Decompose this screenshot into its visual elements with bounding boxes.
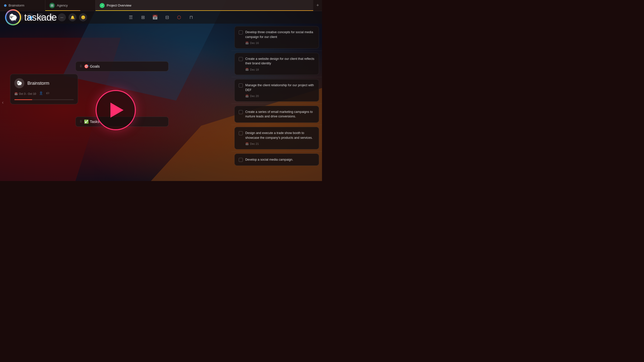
toolbar: 🐑 taskade ☰ ⊞ 📅 ⊟ ⬡ ⊓ 🔍 👤 👥 ↗ ⊞ ··· 🔔 😊: [0, 11, 322, 24]
view-orgchart-icon[interactable]: ⊓: [187, 13, 195, 21]
brainstorm-avatar: 🐑: [14, 78, 24, 88]
goals-section-header[interactable]: ⠿ 🎯 Goals: [75, 61, 169, 71]
task-card[interactable]: Create a website design for our client t…: [234, 53, 319, 75]
tab-project-overview[interactable]: ✓ Project Overview: [96, 0, 313, 11]
task-card[interactable]: Design and execute a trade show booth to…: [234, 127, 319, 149]
play-button[interactable]: [96, 90, 136, 130]
task-card-date: 📅 Dec 21: [245, 142, 315, 146]
task-card-text: Create a series of email marketing campa…: [245, 110, 315, 119]
view-table-icon[interactable]: ⊟: [163, 13, 171, 21]
brainstorm-date: 📅 Oct 3 - Oct 10: [14, 92, 36, 96]
left-panel: ‹ 🐑 Brainstorm 📅 Oct 3 - Oct 10 👤 🏷: [0, 24, 231, 181]
brainstorm-card-meta: 📅 Oct 3 - Oct 10 👤 🏷: [14, 91, 74, 96]
task-card[interactable]: Create a series of email marketing campa…: [234, 106, 319, 123]
brainstorm-card-header: 🐑 Brainstorm: [14, 78, 74, 88]
separator: [231, 151, 322, 152]
tab-brainstorm-label: Brainstorm: [9, 4, 24, 7]
brainstorm-avatar-icon: 🐑: [17, 80, 22, 86]
calendar-icon: 📅: [245, 142, 249, 146]
calendar-icon: 📅: [245, 41, 249, 45]
task-checkbox[interactable]: [239, 158, 243, 162]
add-tab-button[interactable]: +: [313, 3, 322, 8]
brainstorm-person-icon[interactable]: 👤: [39, 91, 44, 96]
task-card-text: Create a website design for our client t…: [245, 57, 315, 66]
task-card-date: 📅 Dec 18: [245, 68, 315, 71]
task-card-top: Create a website design for our client t…: [239, 57, 315, 66]
task-checkbox[interactable]: [239, 110, 243, 114]
goals-drag-handle: ⠿: [80, 65, 82, 68]
tab-active-indicator: [96, 10, 313, 11]
tab-agency-label: Agency: [57, 4, 68, 7]
brand-name: taskade: [24, 12, 57, 23]
calendar-icon: 📅: [245, 68, 249, 71]
goals-label: 🎯 Goals: [84, 64, 100, 69]
task-card-text: Develop a social media campaign.: [245, 157, 315, 162]
task-card[interactable]: Develop a social media campaign.: [234, 154, 319, 166]
brand-area: 🐑 taskade: [5, 9, 57, 25]
task-checkbox[interactable]: [239, 83, 243, 87]
avatar-icon-btn[interactable]: 😊: [79, 13, 87, 21]
calendar-icon: 📅: [245, 95, 249, 98]
toolbar-view-icons: ☰ ⊞ 📅 ⊟ ⬡ ⊓: [127, 13, 195, 21]
back-arrow-button[interactable]: ‹: [2, 100, 4, 105]
goals-section: ⠿ 🎯 Goals: [75, 61, 169, 74]
tasks-drag-handle: ⠿: [80, 120, 82, 123]
task-card-date: 📅 Dec 20: [245, 95, 315, 98]
task-card-top: Manage the client relationship for our p…: [239, 83, 315, 93]
separator: [231, 51, 322, 51]
tab-agency-icon: 🏢: [49, 3, 55, 8]
more-icon-btn[interactable]: ···: [58, 13, 66, 21]
tab-brainstorm-dot: [4, 4, 7, 7]
play-triangle-icon: [110, 103, 124, 118]
task-card-text: Manage the client relationship for our p…: [245, 83, 315, 93]
logo-sheep-icon: 🐑: [9, 13, 18, 22]
brainstorm-progress-bar: [14, 99, 74, 100]
play-button-overlay: [96, 90, 136, 130]
task-checkbox[interactable]: [239, 57, 243, 61]
view-board-icon[interactable]: ⊞: [139, 13, 147, 21]
task-card-top: Design and execute a trade show booth to…: [239, 131, 315, 140]
tab-project-overview-label: Project Overview: [107, 4, 131, 7]
task-card[interactable]: Manage the client relationship for our p…: [234, 79, 319, 102]
task-card-top: Create a series of email marketing campa…: [239, 110, 315, 119]
tab-project-overview-check: ✓: [100, 3, 105, 8]
separator: [231, 125, 322, 125]
task-card-text: Develop three creative concepts for soci…: [245, 30, 315, 39]
brainstorm-tag-icon[interactable]: 🏷: [46, 91, 51, 96]
task-card-top: Develop a social media campaign.: [239, 157, 315, 162]
view-calendar-icon[interactable]: 📅: [151, 13, 159, 21]
task-card-text: Design and execute a trade show booth to…: [245, 131, 315, 140]
brainstorm-card-title: Brainstorm: [27, 81, 49, 86]
main-content: ‹ 🐑 Brainstorm 📅 Oct 3 - Oct 10 👤 🏷: [0, 24, 322, 181]
task-card-date: 📅 Dec 16: [245, 41, 315, 45]
task-card-top: Develop three creative concepts for soci…: [239, 30, 315, 39]
calendar-icon: 📅: [14, 92, 18, 96]
logo-ring: 🐑: [5, 9, 21, 25]
view-list-icon[interactable]: ☰: [127, 13, 135, 21]
brainstorm-icons: 👤 🏷: [39, 91, 51, 96]
separator: [231, 104, 322, 104]
task-checkbox[interactable]: [239, 131, 243, 135]
brainstorm-card[interactable]: 🐑 Brainstorm 📅 Oct 3 - Oct 10 👤 🏷: [10, 74, 78, 104]
notification-icon-btn[interactable]: 🔔: [68, 13, 76, 21]
separator: [231, 77, 322, 77]
brainstorm-progress-fill: [14, 99, 32, 100]
task-card[interactable]: Develop three creative concepts for soci…: [234, 26, 319, 49]
view-mindmap-icon[interactable]: ⬡: [175, 13, 183, 21]
right-panel: Develop three creative concepts for soci…: [231, 24, 322, 181]
logo-ring-inner: 🐑: [6, 11, 20, 24]
task-checkbox[interactable]: [239, 30, 243, 34]
